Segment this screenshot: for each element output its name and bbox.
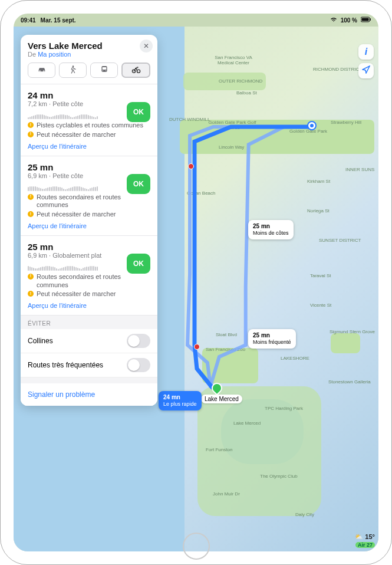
- from-prefix: De: [28, 51, 38, 58]
- go-button[interactable]: OK: [127, 102, 150, 122]
- callout-sub: Moins fréquenté: [253, 339, 291, 346]
- map-locate-button[interactable]: [358, 63, 374, 78]
- lake-merced-park: [197, 386, 321, 516]
- svg-rect-5: [102, 67, 106, 70]
- route-options: 24 mn7,2 km · Petite côte!Pistes cyclabl…: [21, 84, 157, 316]
- warning-icon: !: [28, 132, 34, 137]
- close-button[interactable]: ✕: [140, 40, 153, 52]
- mode-bike[interactable]: [121, 63, 150, 78]
- warning-icon: !: [28, 211, 34, 217]
- weather-widget[interactable]: ⛅ 15° Air 27: [355, 533, 375, 548]
- ipad-frame: 09:41 Mar. 15 sept. 100 %: [0, 0, 392, 565]
- status-battery: 100 %: [341, 17, 357, 24]
- stern-grove: [331, 333, 360, 353]
- route-note: !Peut nécessiter de marcher: [28, 290, 150, 298]
- map-place-label: Balboa St: [236, 90, 257, 96]
- from-location-link[interactable]: Ma position: [38, 51, 71, 58]
- go-button[interactable]: OK: [127, 174, 150, 194]
- road-alert-icon: [194, 344, 200, 350]
- route-time: 25 mn: [28, 162, 150, 172]
- mode-transit[interactable]: [90, 63, 118, 78]
- status-time: 09:41: [21, 17, 36, 24]
- map-place-label: Noriega St: [307, 208, 330, 213]
- map-place-label: Kirkham St: [307, 179, 330, 184]
- callout-sub: Le plus rapide: [163, 401, 197, 408]
- map-place-label: San Francisco VA Medical Center: [207, 55, 260, 65]
- warning-icon: !: [28, 274, 34, 280]
- warning-icon: !: [28, 291, 34, 297]
- location-arrow-icon: [362, 65, 370, 76]
- map-place-label: INNER SUNS: [345, 167, 374, 172]
- svg-point-6: [102, 70, 103, 71]
- panel-header: ✕ Vers Lake Merced De Ma position: [21, 35, 157, 84]
- map-info-button[interactable]: i: [358, 44, 374, 60]
- bike-icon: [131, 65, 141, 76]
- route-preview-link[interactable]: Aperçu de l'itinéraire: [28, 222, 150, 229]
- go-button[interactable]: OK: [127, 254, 150, 274]
- current-location-pin[interactable]: [308, 122, 315, 129]
- air-quality-badge: Air 27: [355, 542, 375, 548]
- route-note: !Routes secondaires et routes communes: [28, 273, 150, 290]
- weather-temp: 15°: [365, 533, 375, 540]
- route-time: 24 mn: [28, 90, 150, 100]
- route-callout[interactable]: 24 mnLe plus rapide: [159, 391, 202, 410]
- route-time: 25 mn: [28, 242, 150, 252]
- route-note: !Routes secondaires et routes communes: [28, 193, 150, 210]
- map-place-label: Vicente St: [310, 303, 331, 308]
- route-preview-link[interactable]: Aperçu de l'itinéraire: [28, 302, 150, 309]
- avoid-hills-row: Collines: [21, 329, 157, 353]
- map-place-label: Taraval St: [310, 273, 331, 278]
- route-note: !Peut nécessiter de marcher: [28, 131, 150, 139]
- weather-icon: ⛅: [355, 533, 363, 540]
- info-icon: i: [365, 47, 367, 57]
- route-option[interactable]: 25 mn6,9 km · Globalement plat!Routes se…: [21, 236, 157, 316]
- screen: 09:41 Mar. 15 sept. 100 %: [14, 14, 378, 551]
- mode-walk[interactable]: [59, 63, 87, 78]
- report-problem-link[interactable]: Signaler un problème: [21, 377, 157, 406]
- avoid-hills-label: Collines: [28, 337, 53, 345]
- from-subtitle: De Ma position: [28, 51, 150, 58]
- route-preview-link[interactable]: Aperçu de l'itinéraire: [28, 143, 150, 150]
- map-place-label: RICHMOND DISTRICT: [313, 67, 362, 72]
- warning-icon: !: [28, 122, 34, 128]
- callout-sub: Moins de côtes: [253, 230, 289, 237]
- presidio-park: [183, 73, 266, 90]
- golden-gate-park: [180, 120, 374, 154]
- callout-time: 25 mn: [253, 331, 291, 339]
- destination-label: Lake Merced: [201, 395, 242, 403]
- avoid-busy-toggle[interactable]: [127, 358, 150, 372]
- status-date: Mar. 15 sept.: [41, 17, 76, 24]
- map-place-label: Ocean Beach: [187, 190, 215, 196]
- close-icon: ✕: [143, 42, 149, 50]
- avoid-header: ÉVITER: [21, 316, 157, 329]
- avoid-busy-label: Routes très fréquentées: [28, 361, 103, 369]
- transit-icon: [100, 65, 109, 76]
- avoid-busy-row: Routes très fréquentées: [21, 353, 157, 377]
- callout-time: 25 mn: [253, 222, 289, 230]
- route-option[interactable]: 24 mn7,2 km · Petite côte!Pistes cyclabl…: [21, 84, 157, 156]
- svg-point-3: [72, 65, 74, 67]
- avoid-section: ÉVITER Collines Routes très fréquentées …: [21, 316, 157, 406]
- map-place-label: LAKESHORE: [281, 356, 309, 361]
- map-place-label: Sloat Blvd: [216, 332, 237, 337]
- svg-point-7: [106, 70, 106, 71]
- route-note: !Peut nécessiter de marcher: [28, 211, 150, 219]
- avoid-hills-toggle[interactable]: [127, 334, 150, 348]
- route-callout[interactable]: 25 mnMoins fréquenté: [248, 329, 296, 349]
- warning-icon: !: [28, 194, 34, 200]
- zoo-park: [202, 348, 258, 383]
- wifi-icon: [330, 17, 337, 24]
- route-option[interactable]: 25 mn6,9 km · Petite côte!Routes seconda…: [21, 156, 157, 236]
- callout-time: 24 mn: [163, 393, 197, 401]
- route-callout[interactable]: 25 mnMoins de côtes: [248, 220, 294, 239]
- svg-rect-2: [370, 18, 371, 21]
- status-bar: 09:41 Mar. 15 sept. 100 %: [14, 14, 378, 27]
- map-place-label: Stonestown Galleria: [328, 379, 371, 385]
- home-button[interactable]: [183, 533, 210, 560]
- car-icon: [37, 65, 47, 76]
- svg-rect-1: [362, 18, 369, 21]
- route-note: !Pistes cyclables et routes communes: [28, 121, 150, 130]
- page-title: Vers Lake Merced: [28, 41, 150, 51]
- battery-icon: [361, 17, 371, 24]
- mode-car[interactable]: [28, 63, 55, 78]
